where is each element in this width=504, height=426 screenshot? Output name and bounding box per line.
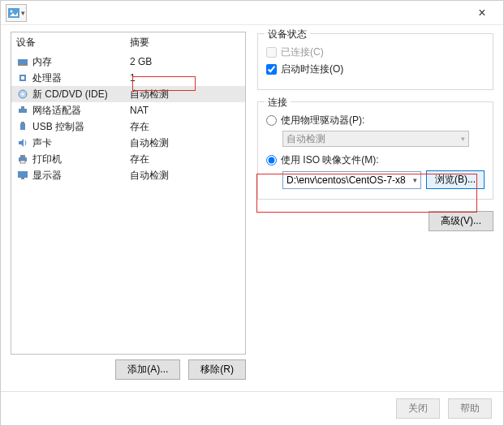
memory-icon xyxy=(16,56,29,67)
use-iso-radio[interactable] xyxy=(266,155,277,166)
svg-rect-8 xyxy=(19,109,27,113)
help-button[interactable]: 帮助 xyxy=(448,398,492,419)
device-row[interactable]: 内存2 GB xyxy=(11,54,245,70)
connected-checkbox-row: 已连接(C) xyxy=(266,45,485,59)
titlebar: ▾ × xyxy=(1,1,503,25)
usb-icon xyxy=(16,121,29,132)
cd-icon xyxy=(16,88,29,100)
remove-button[interactable]: 移除(R) xyxy=(188,359,246,380)
device-summary: 1 xyxy=(130,72,240,84)
physical-drive-combo: 自动检测 ▾ xyxy=(282,131,469,147)
device-name: 显示器 xyxy=(32,169,130,183)
device-name: 内存 xyxy=(32,55,130,69)
add-button[interactable]: 添加(A)... xyxy=(115,359,180,380)
device-summary: 2 GB xyxy=(130,56,240,67)
svg-rect-15 xyxy=(18,171,28,178)
use-physical-row[interactable]: 使用物理驱动器(P): xyxy=(266,114,485,127)
connect-on-start-checkbox[interactable] xyxy=(266,64,277,75)
close-button[interactable]: × xyxy=(466,2,498,24)
browse-button[interactable]: 浏览(B)... xyxy=(426,170,485,189)
header-device: 设备 xyxy=(16,36,130,49)
connect-on-start-row[interactable]: 启动时连接(O) xyxy=(266,62,485,76)
net-icon xyxy=(16,105,29,116)
device-name: 处理器 xyxy=(32,71,130,85)
connected-label: 已连接(C) xyxy=(281,45,324,59)
svg-rect-10 xyxy=(20,123,25,130)
header-summary: 摘要 xyxy=(130,36,240,49)
device-list-header: 设备 摘要 xyxy=(11,32,245,54)
device-name: 新 CD/DVD (IDE) xyxy=(32,88,130,101)
device-summary: 自动检测 xyxy=(130,88,240,101)
use-iso-row[interactable]: 使用 ISO 映像文件(M): xyxy=(266,153,485,167)
chevron-down-icon: ▾ xyxy=(461,135,465,143)
chevron-down-icon: ▾ xyxy=(413,176,417,184)
device-row[interactable]: 打印机存在 xyxy=(11,151,245,167)
sound-icon xyxy=(16,137,29,148)
image-icon xyxy=(8,8,19,18)
device-row[interactable]: 新 CD/DVD (IDE)自动检测 xyxy=(11,86,245,102)
right-pane: 设备状态 已连接(C) 启动时连接(O) 连接 使用物理驱动器(P): xyxy=(257,32,493,380)
group-title-connection: 连接 xyxy=(265,96,291,110)
device-summary: NAT xyxy=(130,105,240,116)
iso-path-combo[interactable]: D:\env\centos\CentOS-7-x8 ▾ xyxy=(282,171,421,189)
device-name: 网络适配器 xyxy=(32,104,130,118)
device-row[interactable]: USB 控制器存在 xyxy=(11,118,245,135)
device-summary: 自动检测 xyxy=(130,136,240,150)
device-summary: 存在 xyxy=(130,153,240,166)
device-status-group: 设备状态 已连接(C) 启动时连接(O) xyxy=(257,33,493,90)
chevron-down-icon: ▾ xyxy=(21,9,25,17)
use-physical-radio[interactable] xyxy=(266,115,277,126)
svg-rect-5 xyxy=(21,76,24,80)
connect-on-start-label: 启动时连接(O) xyxy=(281,62,343,76)
cpu-icon xyxy=(16,72,29,84)
connected-checkbox xyxy=(266,47,277,58)
physical-drive-value: 自动检测 xyxy=(286,132,325,146)
display-icon xyxy=(16,170,29,181)
device-row[interactable]: 显示器自动检测 xyxy=(11,167,245,183)
use-physical-label: 使用物理驱动器(P): xyxy=(281,114,364,127)
settings-dialog: ▾ × 设备 摘要 内存2 GB处理器1新 CD/DVD (IDE)自动检测网络… xyxy=(0,0,504,426)
use-iso-label: 使用 ISO 映像文件(M): xyxy=(281,153,379,167)
window-icon-dropdown[interactable]: ▾ xyxy=(6,4,27,22)
device-list: 设备 摘要 内存2 GB处理器1新 CD/DVD (IDE)自动检测网络适配器N… xyxy=(11,32,246,355)
device-name: 声卡 xyxy=(32,136,130,150)
device-summary: 自动检测 xyxy=(130,169,240,183)
svg-rect-2 xyxy=(18,59,28,64)
device-row[interactable]: 声卡自动检测 xyxy=(11,135,245,151)
svg-rect-14 xyxy=(20,161,25,163)
advanced-button[interactable]: 高级(V)... xyxy=(429,211,493,231)
close-dialog-button[interactable]: 关闭 xyxy=(396,398,440,419)
device-row[interactable]: 处理器1 xyxy=(11,70,245,86)
svg-rect-11 xyxy=(21,122,24,123)
dialog-footer: 关闭 帮助 xyxy=(1,391,503,425)
device-name: USB 控制器 xyxy=(32,120,130,134)
device-row[interactable]: 网络适配器NAT xyxy=(11,102,245,118)
svg-point-1 xyxy=(10,10,12,12)
svg-rect-16 xyxy=(21,178,24,179)
device-summary: 存在 xyxy=(130,120,240,134)
device-name: 打印机 xyxy=(32,153,130,166)
svg-rect-13 xyxy=(20,155,25,157)
left-pane: 设备 摘要 内存2 GB处理器1新 CD/DVD (IDE)自动检测网络适配器N… xyxy=(11,32,246,380)
printer-icon xyxy=(16,153,29,165)
svg-point-7 xyxy=(22,93,24,96)
svg-rect-3 xyxy=(18,64,28,66)
group-title-status: 设备状态 xyxy=(265,28,310,41)
connection-group: 连接 使用物理驱动器(P): 自动检测 ▾ 使用 ISO 映像文件(M): xyxy=(257,101,493,200)
svg-rect-9 xyxy=(21,106,24,109)
iso-path-value: D:\env\centos\CentOS-7-x8 xyxy=(286,174,406,186)
